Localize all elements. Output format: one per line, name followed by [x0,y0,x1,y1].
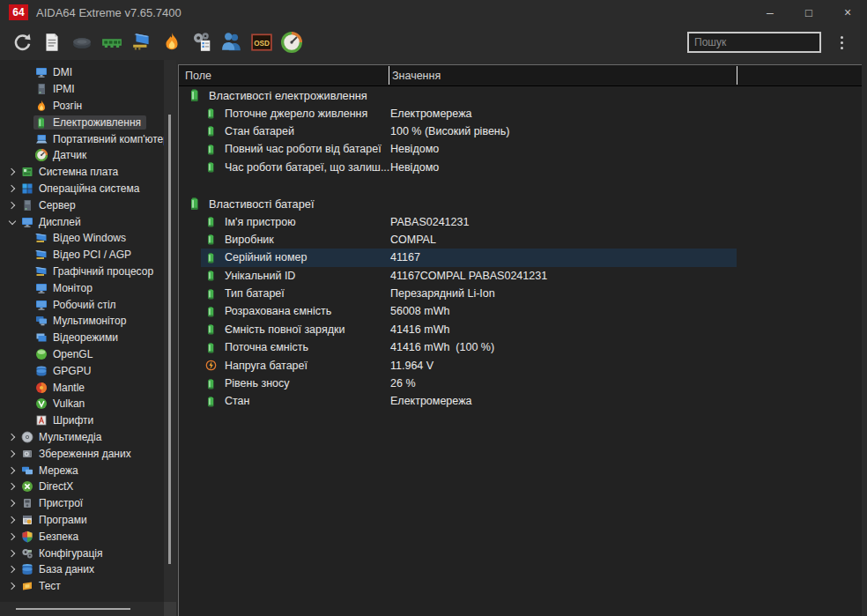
sidebar-item-gpu[interactable]: Графічний процесор [0,263,164,280]
report-toolbar-button[interactable] [37,28,67,56]
kebab-menu-icon[interactable] [826,29,856,56]
table-row[interactable]: Тип батареїПерезарядний Li-Ion [179,285,862,302]
sidebar-item-vulkan[interactable]: Vulkan [0,396,164,412]
sidebar-item-database[interactable]: База даних [0,561,164,578]
table-row[interactable]: Час роботи батареї, що залиш...Невідомо [179,159,862,176]
chevron-right-icon[interactable] [5,434,19,440]
value-cell: PABAS0241231 [390,216,469,228]
group-header[interactable]: Властивості батареї [179,195,862,212]
table-row[interactable]: Серійний номер41167 [179,249,862,266]
programs-icon [21,514,33,526]
sidebar-horizontal-scrollbar[interactable] [0,602,164,616]
battery-icon [205,161,217,173]
chevron-down-icon[interactable] [5,220,19,224]
table-row[interactable]: Ім'я пристроюPABAS0241231 [179,212,862,230]
maximize-button[interactable]: □ [789,0,828,25]
sidebar-item-mantle[interactable]: Mantle [0,379,164,396]
cpu-toolbar-button[interactable] [67,28,97,56]
memory-toolbar-button[interactable] [97,28,127,56]
directx-icon [21,480,33,493]
table-row[interactable]: Напруга батареї11.964 V [179,356,862,374]
chevron-right-icon[interactable] [5,186,19,191]
minimize-button[interactable]: – [751,0,789,25]
sidebar-item-devices[interactable]: Пристрої [0,495,164,512]
table-row[interactable]: Унікальний ID41167COMPAL PABAS0241231 [179,267,862,285]
value-cell: 56008 mWh [390,305,449,317]
refresh-toolbar-button[interactable] [7,28,37,56]
table-row[interactable]: Поточна ємність41416 mWh (100 %) [179,338,862,356]
sidebar-item-desktop[interactable]: Робочий стіл [0,296,164,313]
monitor-icon [35,282,48,294]
sidebar-item-monitor[interactable]: Монітор [0,279,164,296]
sidebar-item-power[interactable]: Електроживлення [0,114,164,130]
chevron-right-icon[interactable] [5,551,19,556]
osd-toolbar-button[interactable]: OSD [247,28,277,56]
sidebar-item-network[interactable]: Мережа [0,462,164,479]
column-header-field[interactable]: Поле [179,70,389,82]
table-row[interactable]: Повний час роботи від батареїНевідомо [179,140,862,158]
video-adapter-toolbar-button[interactable] [127,28,157,56]
sidebar-item-portable[interactable]: Портативний комп'ютер [0,130,164,147]
column-divider[interactable] [389,66,389,85]
chevron-right-icon[interactable] [5,501,19,506]
chevron-right-icon[interactable] [5,567,19,572]
sidebar-item-test[interactable]: Тест [0,578,164,595]
sidebar-item-video-windows[interactable]: Відео Windows [0,230,164,247]
group-header[interactable]: Властивості електроживлення [179,86,862,104]
close-button[interactable]: × [828,0,867,25]
chevron-right-icon[interactable] [5,468,19,473]
table-row[interactable]: Розрахована ємність56008 mWh [179,302,862,320]
sidebar-item-gpgpu[interactable]: GPGPU [0,362,164,379]
chevron-right-icon[interactable] [5,451,19,456]
windows-icon [21,182,33,195]
sidebar-item-body: Mantle [33,381,90,395]
chevron-right-icon[interactable] [5,203,19,208]
search-input[interactable] [687,32,821,53]
table-row[interactable]: Стан батарей100 % (Високий рівень) [179,122,862,140]
sidebar-item-opengl[interactable]: OpenGL [0,346,164,363]
sidebar-item-multimedia[interactable]: Мультимедіа [0,429,164,446]
sidebar-item-overclock[interactable]: Розгін [0,98,164,115]
table-row[interactable]: Поточне джерело живленняЕлектромережа [179,104,862,122]
table-row[interactable]: ВиробникCOMPAL [179,231,862,249]
battery-icon [205,378,217,390]
column-divider[interactable] [737,66,737,85]
table-row[interactable]: Рівень зносу26 % [179,375,862,392]
field-cell: Ємність повної зарядки [179,323,390,336]
video-adapter-icon [131,32,152,53]
users-toolbar-button[interactable] [217,28,247,56]
sidebar-item-security[interactable]: Безпека [0,528,164,545]
sensor-icon [281,32,302,53]
sidebar-item-os[interactable]: Операційна система [0,181,164,197]
table-row[interactable]: СтанЕлектромережа [179,392,862,410]
table-row[interactable]: Ємність повної зарядки41416 mWh [179,321,862,338]
sidebar-item-video-pci-agp[interactable]: Відео PCI / AGP [0,247,164,263]
settings-report-toolbar-button[interactable] [187,28,217,56]
chevron-right-icon[interactable] [5,169,19,174]
column-header-value[interactable]: Значення [389,70,441,82]
chevron-right-icon[interactable] [5,484,19,489]
sidebar-item-body: Графічний процесор [33,264,159,278]
sidebar-item-dmi[interactable]: DMI [0,64,164,81]
scrollbar-thumb[interactable] [16,608,130,610]
sidebar-item-sensor[interactable]: Датчик [0,147,164,164]
sidebar-item-fonts[interactable]: Шрифти [0,412,164,429]
sensor-toolbar-button[interactable] [277,28,307,56]
sidebar-item-programs[interactable]: Програми [0,512,164,529]
chevron-right-icon[interactable] [5,517,19,523]
sidebar-item-directx[interactable]: DirectX [0,479,164,495]
chevron-right-icon[interactable] [5,583,19,589]
sidebar-item-ipmi[interactable]: IPMI [0,81,164,98]
sidebar-item-display[interactable]: Дисплей [0,213,164,230]
burn-flame-toolbar-button[interactable] [157,28,187,56]
chevron-right-icon[interactable] [5,534,19,539]
sidebar-item-multimonitor[interactable]: Мультимонітор [0,313,164,330]
sidebar-item-label: IPMI [53,83,75,95]
sidebar-vertical-scrollbar[interactable] [164,60,176,616]
scrollbar-thumb[interactable] [168,115,171,564]
sidebar-item-server[interactable]: Сервер [0,197,164,213]
sidebar-item-motherboard[interactable]: Системна плата [0,164,164,181]
sidebar-item-videomodes[interactable]: Відеорежими [0,330,164,346]
sidebar-item-storage[interactable]: Збереження даних [0,445,164,462]
sidebar-item-config[interactable]: Конфігурація [0,545,164,561]
